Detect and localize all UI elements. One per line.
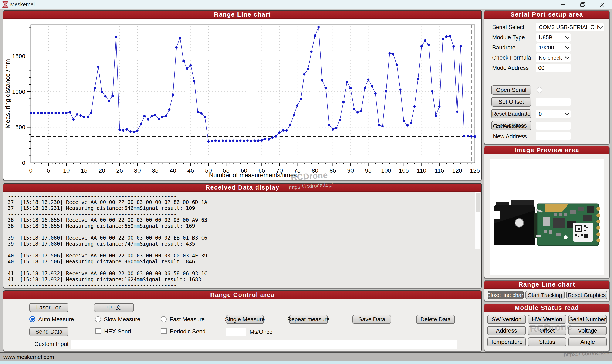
delete-data-button[interactable]: Delete Data bbox=[416, 315, 455, 324]
log-line: 38 [15:18:16.655] Receive:AA 00 00 22 00… bbox=[8, 217, 207, 223]
svg-text:95: 95 bbox=[365, 167, 372, 174]
received-scrollbar-thumb[interactable] bbox=[475, 193, 480, 212]
close-line-chart-button[interactable]: Close line chart bbox=[488, 291, 524, 299]
old-address-input[interactable] bbox=[536, 122, 570, 130]
log-line: ----------------------------------------… bbox=[8, 265, 207, 271]
module-type-value: U85B bbox=[539, 34, 565, 41]
reset-baudrate-value: 0 bbox=[539, 111, 565, 117]
log-line: 41 [15:18:17.932] Receive:AA 00 00 22 00… bbox=[8, 271, 207, 276]
log-line: ----------------------------------------… bbox=[8, 211, 207, 217]
reset-graphics-button[interactable]: Reset Graphics bbox=[566, 291, 607, 299]
log-line: 39 [15:18:17.080] Measuring distance:747… bbox=[8, 241, 207, 247]
image-panel-header: Image Preview area bbox=[485, 146, 609, 154]
laser-on-button[interactable]: Laser on bbox=[29, 303, 69, 312]
mode-address-input[interactable] bbox=[536, 64, 570, 72]
baudrate-dropdown[interactable]: 19200 bbox=[536, 43, 570, 52]
hex-send-label: HEX Send bbox=[104, 328, 131, 335]
angle-button[interactable]: Angle bbox=[568, 338, 607, 346]
log-line: 40 [15:18:17.506] Measuring distance:960… bbox=[8, 259, 207, 265]
svg-text:45: 45 bbox=[187, 167, 194, 174]
received-scrollbar[interactable] bbox=[475, 192, 480, 249]
offset-input[interactable] bbox=[536, 98, 570, 106]
custom-input-label: Custom Input bbox=[34, 341, 69, 348]
periodic-send-checkbox[interactable] bbox=[161, 328, 167, 334]
svg-text:25: 25 bbox=[116, 167, 123, 174]
address-button[interactable]: Address bbox=[487, 326, 526, 335]
log-line: 39 [15:18:17.080] Receive:AA 00 00 22 00… bbox=[8, 235, 207, 241]
single-measure-button[interactable]: Single Measure bbox=[226, 315, 264, 324]
slow-measure-label: Slow Measure bbox=[104, 316, 140, 323]
chart-svg: 0510152025303540455055606570758085909510… bbox=[3, 19, 482, 181]
chevron-down-icon bbox=[565, 34, 570, 39]
auto-measure-radio[interactable] bbox=[29, 316, 35, 322]
check-formula-dropdown[interactable]: No-check bbox=[536, 53, 570, 62]
reset-baudrate-dropdown[interactable]: 0 bbox=[536, 110, 570, 118]
window-title: Meskernel bbox=[10, 1, 35, 8]
close-button[interactable] bbox=[592, 0, 612, 9]
received-data-display: ----------------------------------------… bbox=[3, 192, 482, 288]
bottom-strip bbox=[0, 362, 612, 364]
minimize-button[interactable] bbox=[553, 0, 573, 9]
serial-port-setup-panel: Serial Port setup area Serial SelectCOM3… bbox=[484, 10, 610, 144]
svg-text:80: 80 bbox=[312, 167, 318, 174]
log-line: 41 [15:18:17.932] Measuring distance:162… bbox=[8, 276, 207, 283]
module-status-grid: SW VersionHW VersionSerial NumberAddress… bbox=[487, 315, 607, 346]
log-line: 40 [15:18:17.506] Receive:AA 00 00 22 00… bbox=[8, 253, 207, 259]
restore-button[interactable] bbox=[573, 0, 592, 9]
module-status-header: Module Status read bbox=[485, 304, 609, 312]
slow-measure-radio[interactable] bbox=[95, 316, 101, 322]
temperature-button[interactable]: Temperature bbox=[487, 338, 526, 346]
send-data-button[interactable]: Send Data bbox=[29, 327, 69, 336]
serial-select-label: Serial Select bbox=[492, 24, 524, 31]
serial-select-dropdown[interactable]: COM3 USB-SERIAL CH34 bbox=[536, 23, 604, 31]
language-toggle-button[interactable]: 中 文 bbox=[94, 303, 134, 312]
chevron-down-icon bbox=[565, 54, 570, 59]
svg-text:Number of measurements/times: Number of measurements/times bbox=[209, 172, 297, 179]
save-data-button[interactable]: Save Data bbox=[352, 315, 391, 324]
chart-tools-panel: Range Line chart Close line chart Start … bbox=[484, 280, 610, 301]
ms-per-once-input[interactable] bbox=[226, 328, 246, 336]
log-line: ----------------------------------------… bbox=[8, 247, 207, 253]
module-photo bbox=[490, 158, 604, 275]
chevron-down-icon bbox=[565, 44, 570, 49]
svg-text:1500: 1500 bbox=[12, 53, 25, 59]
serial-select-value: COM3 USB-SERIAL CH34 bbox=[539, 24, 598, 31]
svg-text:90: 90 bbox=[347, 167, 354, 174]
fast-measure-label: Fast Measure bbox=[170, 316, 205, 323]
offset-button[interactable]: Offset bbox=[528, 326, 567, 335]
set-offset-button[interactable]: Set Offset bbox=[491, 97, 531, 106]
svg-text:20: 20 bbox=[99, 167, 105, 174]
voltage-button[interactable]: Voltage bbox=[568, 326, 607, 335]
chart-tools-header: Range Line chart bbox=[485, 281, 609, 289]
fast-measure-radio[interactable] bbox=[161, 316, 167, 322]
svg-text:40: 40 bbox=[170, 167, 176, 174]
chevron-down-icon bbox=[598, 24, 603, 28]
range-control-panel: Range Control area Laser on 中 文 Auto Mea… bbox=[3, 290, 482, 351]
start-tracking-button[interactable]: Start Tracking bbox=[526, 291, 565, 299]
svg-text:15: 15 bbox=[81, 167, 87, 174]
svg-text:0: 0 bbox=[29, 167, 32, 174]
baudrate-label: Baudrate bbox=[492, 44, 515, 51]
range-line-chart-panel: Range Line chart 05101520253035404550556… bbox=[3, 10, 482, 181]
new-address-input[interactable] bbox=[536, 132, 570, 140]
svg-text:125: 125 bbox=[470, 167, 480, 174]
chevron-down-icon bbox=[565, 111, 570, 115]
titlebar: Meskernel bbox=[0, 0, 612, 9]
custom-input-field[interactable] bbox=[71, 340, 457, 349]
sw-version-button[interactable]: SW Version bbox=[487, 315, 526, 324]
serial-number-button[interactable]: Serial Number bbox=[568, 315, 607, 324]
old-address-label: Old Address bbox=[493, 123, 524, 130]
open-serial-button[interactable]: Open Serial bbox=[491, 85, 531, 95]
module-type-dropdown[interactable]: U85B bbox=[536, 33, 570, 42]
received-panel-header: Received Data display bbox=[3, 183, 482, 192]
svg-text:100: 100 bbox=[381, 167, 391, 174]
repeat-measure-button[interactable]: Repeat measure bbox=[289, 315, 328, 324]
auto-measure-label: Auto Measure bbox=[38, 316, 74, 323]
module-status-panel: Module Status read SW VersionHW VersionS… bbox=[484, 303, 610, 351]
hw-version-button[interactable]: HW Version bbox=[528, 315, 567, 324]
svg-text:Measuring distance /mm: Measuring distance /mm bbox=[4, 59, 11, 129]
hex-send-checkbox[interactable] bbox=[95, 328, 101, 334]
reset-baudrate-button[interactable]: Reset Baudrate bbox=[491, 109, 531, 118]
status-button[interactable]: Status bbox=[528, 338, 567, 346]
baudrate-value: 19200 bbox=[539, 44, 565, 51]
